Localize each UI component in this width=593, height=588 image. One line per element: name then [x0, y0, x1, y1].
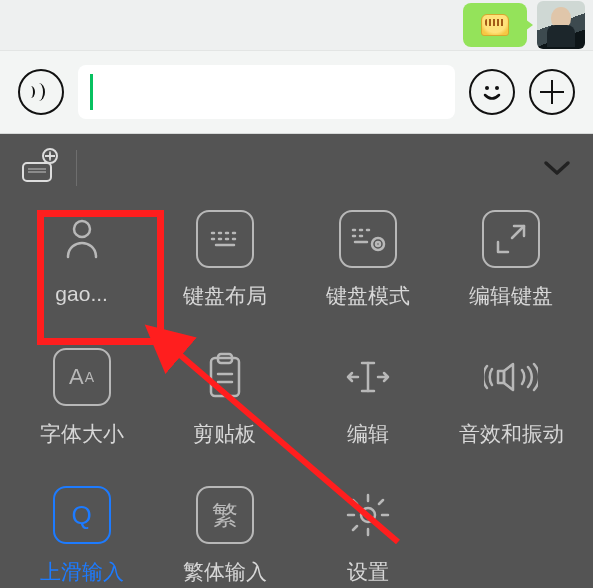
grid-label: 音效和振动	[459, 420, 564, 448]
grid-label: 设置	[347, 558, 389, 586]
text-cursor-icon	[339, 348, 397, 406]
svg-point-26	[361, 508, 375, 522]
svg-point-0	[485, 86, 489, 90]
chevron-down-icon	[543, 160, 571, 176]
grid-item-fontsize[interactable]: AA 字体大小	[10, 348, 153, 448]
resize-icon	[482, 210, 540, 268]
q-key-icon: Q	[53, 486, 111, 544]
grid-label: 键盘模式	[326, 282, 410, 310]
svg-rect-25	[498, 371, 504, 383]
grid-item-trad[interactable]: 繁 繁体输入	[153, 486, 296, 586]
person-icon	[53, 210, 111, 268]
clipboard-icon	[196, 348, 254, 406]
message-input[interactable]	[78, 65, 455, 119]
gear-icon	[339, 486, 397, 544]
user-avatar[interactable]	[537, 1, 585, 49]
grid-label: 编辑	[347, 420, 389, 448]
grid-item-soundvib[interactable]: 音效和振动	[440, 348, 583, 448]
svg-point-19	[376, 242, 380, 246]
grid-item-swipe[interactable]: Q 上滑输入	[10, 486, 153, 586]
grid-item-edit[interactable]: 编辑	[297, 348, 440, 448]
keyboard-gear-icon	[339, 210, 397, 268]
grid-label: gao...	[55, 282, 108, 306]
grin-emoji	[481, 14, 509, 36]
keyboard-language-button[interactable]	[22, 154, 54, 182]
smile-icon	[477, 77, 507, 107]
chat-bubble[interactable]	[463, 3, 527, 47]
svg-point-1	[495, 86, 499, 90]
collapse-button[interactable]	[543, 160, 571, 176]
grid-item-settings[interactable]: 设置	[297, 486, 440, 586]
grid-label: 繁体输入	[183, 558, 267, 586]
more-button[interactable]	[529, 69, 575, 115]
keyboard-settings-panel: gao... 键盘布局 键盘模式	[0, 134, 593, 588]
chat-input-bar	[0, 50, 593, 134]
grid-label: 上滑输入	[40, 558, 124, 586]
vibration-icon	[482, 348, 540, 406]
font-size-icon: AA	[53, 348, 111, 406]
grid-label: 剪贴板	[193, 420, 256, 448]
keyboard-icon	[196, 210, 254, 268]
svg-point-2	[74, 221, 90, 237]
voice-input-button[interactable]	[18, 69, 64, 115]
grid-item-layout[interactable]: 键盘布局	[153, 210, 296, 310]
globe-icon	[42, 148, 58, 164]
chat-message-row	[0, 0, 593, 50]
sound-wave-icon	[31, 82, 51, 102]
keyboard-icon	[22, 162, 52, 182]
grid-label: 编辑键盘	[469, 282, 553, 310]
panel-toolbar	[0, 134, 593, 202]
grid-label: 字体大小	[40, 420, 124, 448]
emoji-button[interactable]	[469, 69, 515, 115]
grid-item-clipboard[interactable]: 剪贴板	[153, 348, 296, 448]
text-caret	[90, 74, 93, 110]
grid-item-mode[interactable]: 键盘模式	[297, 210, 440, 310]
grid-label: 键盘布局	[183, 282, 267, 310]
grid-item-editkb[interactable]: 编辑键盘	[440, 210, 583, 310]
settings-grid: gao... 键盘布局 键盘模式	[0, 202, 593, 586]
traditional-icon: 繁	[196, 486, 254, 544]
svg-point-18	[372, 238, 384, 250]
grid-item-account[interactable]: gao...	[10, 210, 153, 310]
divider	[76, 150, 77, 186]
